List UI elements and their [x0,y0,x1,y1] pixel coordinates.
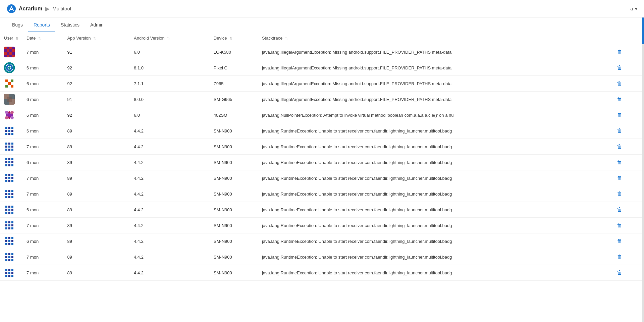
user-avatar-cell [0,76,22,92]
table-row: 6 mon 92 7.1.1 Z965 java.lang.IllegalArg… [0,76,644,92]
col-device[interactable]: Device ⇅ [210,32,258,44]
device-cell: SM-N900 [210,202,258,218]
svg-rect-82 [11,177,13,179]
delete-button[interactable]: 🗑 [614,268,625,277]
delete-button[interactable]: 🗑 [614,142,625,151]
col-android-version[interactable]: Android Version ⇅ [130,32,210,44]
device-cell: SM-N900 [210,249,258,265]
tab-statistics[interactable]: Statistics [55,17,85,32]
user-avatar-cell [0,170,22,186]
svg-rect-105 [11,212,13,214]
action-cell: 🗑 [610,202,644,218]
nav-separator: ▶ [45,5,50,12]
svg-rect-95 [11,196,13,198]
user-menu[interactable]: a ▾ [630,6,637,11]
svg-rect-89 [11,190,13,192]
delete-button[interactable]: 🗑 [614,253,625,261]
delete-button[interactable]: 🗑 [614,63,625,72]
action-cell: 🗑 [610,249,644,265]
svg-rect-92 [11,193,13,195]
delete-button[interactable]: 🗑 [614,126,625,135]
device-cell: SM-N900 [210,123,258,139]
action-cell: 🗑 [610,170,644,186]
delete-button[interactable]: 🗑 [614,190,625,198]
user-avatar-cell [0,186,22,202]
sort-app-version-icon: ⇅ [93,37,96,40]
app-version-cell: 89 [63,233,130,249]
android-version-cell: 4.4.2 [130,139,210,155]
android-version-cell: 4.4.2 [130,249,210,265]
device-cell: LG-K580 [210,44,258,60]
table-row: 7 mon 89 4.4.2 SM-N900 java.lang.Runtime… [0,265,644,281]
svg-rect-101 [8,209,10,211]
svg-rect-98 [8,206,10,208]
app-version-cell: 92 [63,76,130,92]
delete-button[interactable]: 🗑 [614,174,625,182]
delete-button[interactable]: 🗑 [614,48,625,56]
app-version-cell: 91 [63,92,130,107]
table-header: User ⇅ Date ⇅ App Version ⇅ Android Vers… [0,32,644,44]
action-cell: 🗑 [610,60,644,76]
delete-button[interactable]: 🗑 [614,158,625,167]
svg-rect-65 [11,149,13,151]
svg-point-45 [11,114,13,116]
delete-button[interactable]: 🗑 [614,205,625,214]
action-cell: 🗑 [610,233,644,249]
stacktrace-cell: java.lang.IllegalArgumentException: Miss… [258,92,610,107]
table-row: 6 mon 89 4.4.2 SM-N900 java.lang.Runtime… [0,233,644,249]
svg-rect-137 [5,269,7,271]
col-app-version[interactable]: App Version ⇅ [63,32,130,44]
date-cell: 7 mon [22,170,63,186]
delete-button[interactable]: 🗑 [614,237,625,246]
device-cell: SM-N900 [210,218,258,233]
device-cell: SM-N900 [210,170,258,186]
svg-rect-73 [5,164,7,166]
delete-button[interactable]: 🗑 [614,79,625,88]
svg-rect-108 [8,221,10,223]
svg-rect-127 [5,253,7,255]
table-row: 6 mon 91 8.0.0 SM-G965 java.lang.Illegal… [0,92,644,107]
stacktrace-cell: java.lang.NullPointerException: Attempt … [258,107,610,123]
col-date[interactable]: Date ⇅ [22,32,63,44]
svg-rect-5 [12,47,15,49]
col-stacktrace[interactable]: Stacktrace ⇅ [258,32,610,44]
user-avatar-cell [0,60,22,76]
android-version-cell: 8.0.0 [130,92,210,107]
svg-rect-119 [11,237,13,239]
tabs: Bugs Reports Statistics Admin [0,17,644,32]
delete-button[interactable]: 🗑 [614,95,625,104]
svg-rect-71 [8,161,10,163]
svg-rect-28 [5,85,8,88]
delete-button[interactable]: 🗑 [614,111,625,119]
reports-table-container: User ⇅ Date ⇅ App Version ⇅ Android Vers… [0,32,644,281]
delete-button[interactable]: 🗑 [614,221,625,230]
table-row: 7 mon 89 4.4.2 SM-N900 java.lang.Runtime… [0,249,644,265]
date-cell: 6 mon [22,76,63,92]
tab-admin[interactable]: Admin [85,17,109,32]
stacktrace-cell: java.lang.RuntimeException: Unable to st… [258,218,610,233]
scrollbar[interactable] [642,17,644,281]
table-row: 6 mon 89 4.4.2 SM-N900 java.lang.Runtime… [0,155,644,170]
action-cell: 🗑 [610,44,644,60]
tab-reports[interactable]: Reports [28,17,55,32]
svg-rect-134 [8,259,10,261]
svg-rect-3 [7,47,9,49]
svg-rect-84 [8,180,10,182]
svg-rect-130 [5,256,7,258]
app-version-cell: 89 [63,202,130,218]
action-cell: 🗑 [610,107,644,123]
user-avatar-cell [0,44,22,60]
svg-rect-93 [5,196,7,198]
tab-bugs[interactable]: Bugs [7,17,28,32]
svg-rect-63 [5,149,7,151]
table-row: 7 mon 89 4.4.2 SM-N900 java.lang.Runtime… [0,186,644,202]
user-avatar-cell [0,249,22,265]
device-cell: SM-N900 [210,186,258,202]
table-row: 6 mon 92 8.1.0 Pixel C java.lang.Illegal… [0,60,644,76]
svg-rect-74 [8,164,10,166]
svg-rect-2 [4,47,7,49]
svg-point-0 [7,4,16,13]
svg-rect-109 [11,221,13,223]
svg-rect-12 [9,52,12,55]
col-user[interactable]: User ⇅ [0,32,22,44]
